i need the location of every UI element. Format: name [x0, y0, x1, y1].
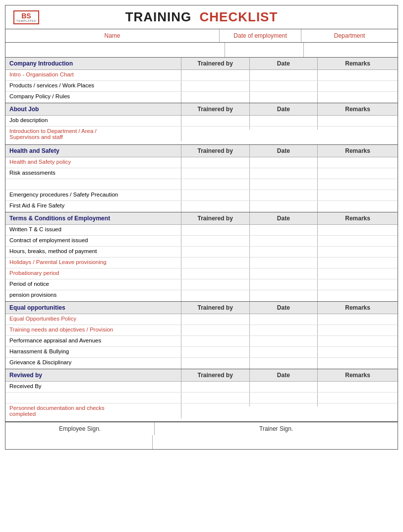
row-remarks[interactable] [318, 190, 398, 200]
row-remarks[interactable] [318, 201, 398, 212]
row-trained[interactable] [181, 127, 250, 130]
row-trained[interactable] [181, 325, 250, 335]
section-date-terms-conditions: Date [250, 212, 318, 224]
trainer-sign-value[interactable] [153, 435, 398, 449]
row-date[interactable] [250, 347, 318, 357]
row-label: Holidays / Parental Leave provisioning [5, 258, 181, 268]
employee-sign-value[interactable] [5, 435, 153, 449]
row-label: Grievance & Disciplinary [5, 358, 181, 369]
table-row: Written T & C issued [5, 225, 398, 236]
row-date[interactable] [250, 336, 318, 346]
row-remarks[interactable] [318, 336, 398, 346]
row-remarks[interactable] [318, 279, 398, 290]
row-trained[interactable] [181, 201, 250, 212]
row-date[interactable] [250, 179, 318, 190]
row-remarks[interactable] [318, 268, 398, 279]
row-trained[interactable] [181, 393, 250, 403]
department-value[interactable] [304, 43, 398, 57]
row-trained[interactable] [181, 190, 250, 200]
row-trained[interactable] [181, 225, 250, 235]
row-trained[interactable] [181, 268, 250, 279]
row-remarks[interactable] [318, 92, 398, 103]
row-date[interactable] [250, 358, 318, 369]
row-remarks[interactable] [318, 393, 398, 403]
header: BS TEMPLATES TRAINING CHECKLIST [5, 5, 398, 29]
row-label: Hours, breaks, method of payment [5, 247, 181, 257]
row-date[interactable] [250, 247, 318, 257]
row-date[interactable] [250, 290, 318, 301]
row-date[interactable] [250, 393, 318, 403]
row-date[interactable] [250, 325, 318, 335]
page-title: TRAINING CHECKLIST [125, 9, 278, 25]
row-trained[interactable] [181, 290, 250, 301]
title-checklist: CHECKLIST [200, 9, 278, 24]
row-trained[interactable] [181, 247, 250, 257]
row-trained[interactable] [181, 116, 250, 126]
section-label-company-intro: Company Introduction [5, 58, 181, 69]
row-date[interactable] [250, 279, 318, 290]
row-date[interactable] [250, 92, 318, 103]
row-trained[interactable] [181, 279, 250, 290]
row-date[interactable] [250, 116, 318, 126]
row-date[interactable] [250, 236, 318, 246]
row-date[interactable] [250, 127, 318, 130]
row-remarks[interactable] [318, 116, 398, 126]
row-trained[interactable] [181, 336, 250, 346]
row-remarks[interactable] [318, 290, 398, 301]
row-trained[interactable] [181, 70, 250, 80]
row-trained[interactable] [181, 92, 250, 103]
row-trained[interactable] [181, 382, 250, 392]
row-trained[interactable] [181, 358, 250, 369]
name-value[interactable] [5, 43, 225, 57]
row-remarks[interactable] [318, 127, 398, 130]
row-date[interactable] [250, 258, 318, 268]
row-remarks[interactable] [318, 157, 398, 168]
row-trained[interactable] [181, 258, 250, 268]
row-trained[interactable] [181, 157, 250, 168]
section-header-health-safety: Health and SafetyTrainered byDateRemarks [5, 145, 398, 157]
row-trained[interactable] [181, 81, 250, 91]
row-remarks[interactable] [318, 258, 398, 268]
row-date[interactable] [250, 268, 318, 279]
row-label: Job description [5, 116, 181, 126]
row-date[interactable] [250, 81, 318, 91]
row-remarks[interactable] [318, 70, 398, 80]
row-remarks[interactable] [318, 347, 398, 357]
row-remarks[interactable] [318, 382, 398, 392]
row-trained[interactable] [181, 314, 250, 325]
row-date[interactable] [250, 70, 318, 80]
row-remarks[interactable] [318, 179, 398, 190]
row-label: Received By [5, 382, 181, 392]
table-row: Harrassment & Bullying [5, 347, 398, 358]
section-remarks-equal-opps: Remarks [318, 302, 398, 314]
row-remarks[interactable] [318, 403, 398, 406]
row-remarks[interactable] [318, 81, 398, 91]
row-trained[interactable] [181, 347, 250, 357]
row-trained[interactable] [181, 236, 250, 246]
row-date[interactable] [250, 225, 318, 235]
row-label: Risk assessments [5, 168, 181, 179]
row-trained[interactable] [181, 179, 250, 190]
row-date[interactable] [250, 157, 318, 168]
table-row: Received By [5, 382, 398, 393]
title-training: TRAINING [125, 9, 192, 24]
row-date[interactable] [250, 314, 318, 325]
row-remarks[interactable] [318, 168, 398, 179]
department-label: Department [301, 29, 398, 42]
row-date[interactable] [250, 403, 318, 406]
row-date[interactable] [250, 190, 318, 200]
row-trained[interactable] [181, 168, 250, 179]
row-remarks[interactable] [318, 225, 398, 235]
table-row [5, 179, 398, 190]
table-row: pension provisions [5, 290, 398, 301]
row-date[interactable] [250, 168, 318, 179]
row-remarks[interactable] [318, 325, 398, 335]
date-employment-value[interactable] [225, 43, 304, 57]
row-remarks[interactable] [318, 314, 398, 325]
row-remarks[interactable] [318, 247, 398, 257]
row-date[interactable] [250, 382, 318, 392]
row-date[interactable] [250, 201, 318, 212]
row-remarks[interactable] [318, 236, 398, 246]
row-trained[interactable] [181, 403, 250, 406]
row-remarks[interactable] [318, 358, 398, 369]
